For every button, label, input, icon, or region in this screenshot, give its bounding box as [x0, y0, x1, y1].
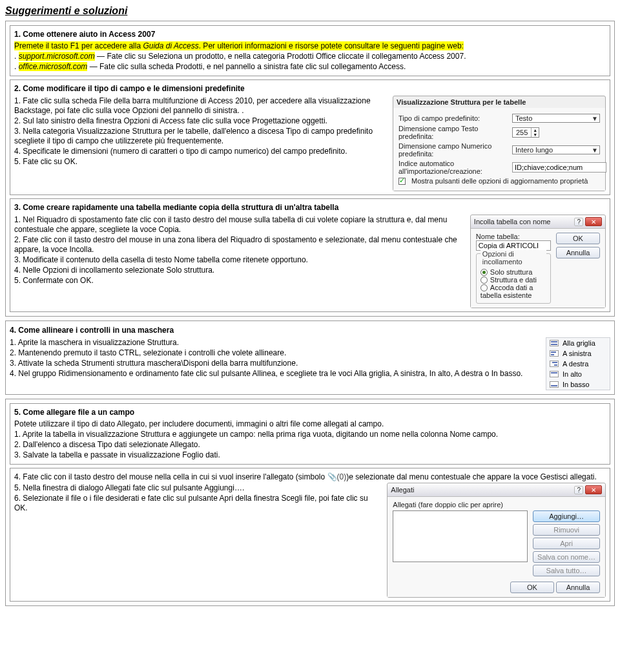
attachments-dialog: Allegati ? ✕ Allegati (fare doppio clic …: [387, 483, 606, 598]
p3a: .: [14, 62, 19, 71]
chevron-down-icon: ▼: [592, 147, 598, 154]
section-2: 2. Come modificare il tipo di campo e le…: [10, 79, 610, 195]
align-grid-item[interactable]: Alla griglia: [546, 338, 610, 348]
r2-label: Struttura e dati: [490, 276, 537, 284]
s2-p4: 4. Specificate le dimensioni (numero di …: [14, 147, 388, 156]
s3-p2: 2. Fate clic con il tasto destro del mou…: [14, 235, 465, 255]
close-icon[interactable]: ✕: [585, 485, 602, 494]
section-2-text: 1. Fate clic sulla scheda File della bar…: [14, 96, 388, 167]
s4-p1: 1. Aprite la maschera in visualizzazione…: [10, 338, 541, 348]
s6-p5: 5. Nella finestra di dialogo Allegati fa…: [14, 483, 382, 493]
align-right-item[interactable]: A destra: [546, 359, 610, 369]
options-table-design-panel: Visualizzazione Struttura per le tabelle…: [393, 96, 606, 191]
open-button[interactable]: Apri: [533, 538, 600, 549]
s4-p3: 3. Attivate la scheda Strumenti struttur…: [10, 359, 541, 368]
s3-p3: 3. Modificate il contenuto della casella…: [14, 255, 465, 265]
dialog-titlebar: Incolla tabella con nome ? ✕: [471, 215, 605, 229]
p1b: Guida di Access: [143, 41, 198, 50]
align-top-item[interactable]: In alto: [546, 369, 610, 379]
ok-button[interactable]: OK: [556, 233, 600, 244]
attachments-title: Allegati: [391, 486, 414, 494]
s2-p2: 2. Sul lato sinistro della finestra Opzi…: [14, 116, 388, 126]
p3b-link: office.microsoft.com: [19, 62, 88, 71]
p2a: .: [14, 52, 19, 61]
numeric-size-combo[interactable]: Intero lungo ▼: [512, 145, 600, 154]
help-icon[interactable]: ?: [574, 218, 583, 226]
s5-p3: 3. Salvate la tabella e passate in visua…: [14, 450, 606, 460]
align-grid-label: Alla griglia: [563, 339, 595, 347]
attachments-list[interactable]: [393, 510, 528, 562]
attachments-label: Allegati (fare doppio clic per aprire): [393, 501, 600, 509]
page-title: Suggerimenti e soluzioni: [5, 5, 615, 17]
panel-head: Visualizzazione Struttura per le tabelle: [393, 96, 605, 108]
s5-intro: Potete utilizzare il tipo di dato Allega…: [14, 419, 606, 429]
f3-label: Dimensione campo Numerico predefinita:: [398, 142, 508, 158]
radio-append[interactable]: [480, 284, 488, 291]
chevron-up-icon[interactable]: ▲: [532, 128, 539, 132]
table-name-input[interactable]: [476, 240, 551, 251]
default-field-type-combo[interactable]: Testo ▼: [512, 114, 600, 123]
align-left-label: A sinistra: [563, 350, 592, 357]
section-4: 4. Come allineare i controlli in una mas…: [5, 320, 615, 395]
s3-p1: 1. Nel Riquadro di spostamento fate clic…: [14, 215, 465, 235]
align-grid-icon: [550, 340, 559, 346]
save-all-button[interactable]: Salva tutto…: [533, 565, 600, 576]
s2-p5: 5. Fate clic su OK.: [14, 157, 388, 167]
section-1-p1: Premete il tasto F1 per accedere alla Gu…: [14, 41, 606, 51]
ok-button[interactable]: OK: [510, 582, 554, 593]
section-3-head: 3. Come creare rapidamente una tabella m…: [14, 203, 606, 213]
s6-p4: 4. Fate clic con il tasto destro del mou…: [14, 472, 606, 482]
text-size-spinner[interactable]: 255 ▲▼: [512, 127, 539, 138]
p1a: Premete il tasto F1 per accedere alla: [14, 41, 143, 50]
help-icon[interactable]: ?: [574, 486, 583, 494]
section-6: 4. Fate clic con il tasto destro del mou…: [10, 468, 610, 602]
p3c: — Fate clic sulla scheda Prodotti, e nel…: [87, 62, 406, 71]
chk-label: Mostra pulsanti delle opzioni di aggiorn…: [411, 177, 588, 185]
align-bottom-item[interactable]: In basso: [546, 379, 610, 390]
p2c: — Fate clic su Seleziona un prodotto, e …: [95, 52, 466, 61]
add-button[interactable]: Aggiungi…: [533, 510, 600, 522]
align-bottom-icon: [550, 381, 559, 388]
close-icon[interactable]: ✕: [585, 217, 602, 226]
s2-p3: 3. Nella categoria Visualizzazione Strut…: [14, 127, 388, 146]
cancel-button[interactable]: Annulla: [556, 582, 600, 593]
s2-p1: 1. Fate clic sulla scheda File della bar…: [14, 96, 388, 116]
remove-button[interactable]: Rimuovi: [533, 524, 600, 536]
s4-p2: 2. Mantenendo premuto il tasto CTRL, sel…: [10, 348, 541, 358]
align-right-label: A destra: [563, 360, 588, 368]
s6-p4b: )e selezionate dal menu contestuale che …: [346, 472, 597, 481]
f1-label: Tipo di campo predefinito:: [398, 114, 508, 122]
section-4-head: 4. Come allineare i controlli in una mas…: [10, 326, 610, 335]
group-1-3: 1. Come ottenere aiuto in Access 2007 Pr…: [5, 21, 615, 317]
section-1-p3: . office.microsoft.com — Fate clic sulla…: [14, 62, 606, 72]
chevron-down-icon[interactable]: ▼: [532, 132, 539, 137]
show-update-buttons-checkbox[interactable]: [398, 178, 406, 185]
section-1-p2: . support.microsoft.com — Fate clic su S…: [14, 52, 606, 61]
s6-p4a: 4. Fate clic con il tasto destro del mou…: [14, 472, 327, 481]
dialog-title: Incolla tabella con nome: [474, 218, 551, 226]
f3-value: Intero lungo: [515, 146, 553, 154]
align-right-icon: [550, 361, 559, 367]
section-4-text: 1. Aprite la maschera in visualizzazione…: [10, 337, 541, 379]
s3-p4: 4. Nelle Opzioni di incollamento selezio…: [14, 266, 465, 275]
auto-index-input[interactable]: [512, 162, 606, 173]
section-6-text: 5. Nella finestra di dialogo Allegati fa…: [14, 483, 382, 514]
s6-p6: 6. Selezionate il file o i file desidera…: [14, 494, 382, 513]
f2-value: 255: [513, 129, 531, 136]
save-as-button[interactable]: Salva con nome…: [533, 551, 600, 563]
align-menu: Alla griglia A sinistra A destra In alto…: [546, 337, 610, 390]
radio-structure-only[interactable]: [480, 269, 488, 276]
f1-value: Testo: [515, 114, 532, 122]
r1-label: Solo struttura: [490, 268, 532, 276]
paste-table-dialog: Incolla tabella con nome ? ✕ Nome tabell…: [470, 215, 606, 308]
radio-structure-data[interactable]: [480, 277, 488, 284]
cancel-button[interactable]: Annulla: [556, 247, 600, 258]
s3-p5: 5. Confermate con OK.: [14, 276, 465, 286]
name-label: Nome tabella:: [476, 233, 551, 240]
section-5: 5. Come allegare file a un campo Potete …: [10, 403, 610, 465]
r3-label: Accoda dati a tabella esistente: [480, 284, 533, 299]
section-3-text: 1. Nel Riquadro di spostamento fate clic…: [14, 215, 465, 286]
section-3: 3. Come creare rapidamente una tabella m…: [10, 198, 610, 312]
align-top-label: In alto: [563, 370, 582, 378]
align-left-item[interactable]: A sinistra: [546, 348, 610, 359]
